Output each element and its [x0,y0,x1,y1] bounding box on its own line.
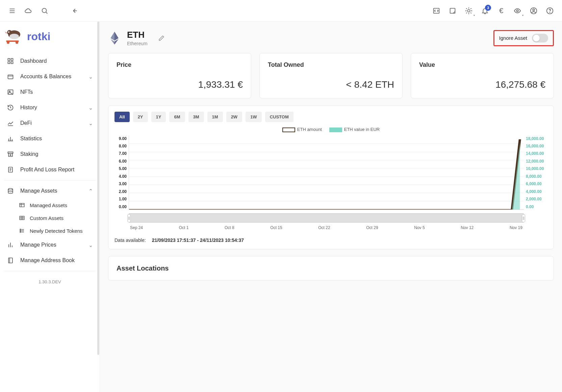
sidebar-item-dashboard[interactable]: Dashboard [0,53,100,69]
nav-label: History [20,105,37,111]
chevron-down-icon: ⌄ [88,242,93,248]
cloud-icon[interactable] [22,4,35,18]
svg-marker-72 [129,142,520,209]
wallet-icon [7,73,14,80]
locations-title: Asset Locations [117,264,545,272]
svg-rect-33 [8,75,13,79]
range-1w[interactable]: 1W [246,112,262,122]
filter-icon [19,228,25,234]
nav-label: Custom Assets [30,215,63,221]
notification-badge: 3 [485,5,491,11]
sidebar-item-manage-assets[interactable]: Manage Assets ⌃ [0,183,100,199]
privacy-toggle[interactable]: ▾ [511,4,524,18]
divider [4,180,96,180]
chevron-down-icon: ⌄ [88,74,93,80]
nav-label: Profit And Loss Report [20,167,74,173]
currency-button[interactable]: € [494,4,508,18]
menu-button[interactable] [5,4,19,18]
svg-point-17 [516,10,518,12]
range-1m[interactable]: 1M [207,112,223,122]
range-picker: All2Y1Y6M3M1M2W1WCUSTOM [114,112,547,122]
owned-card: Total Owned < 8.42 ETH [259,53,403,99]
database-icon [7,187,14,195]
prices-icon [7,241,14,249]
minimap-handle-right[interactable]: || [522,214,525,222]
asset-fullname: Ethereum [127,41,148,46]
chart-plot[interactable] [129,136,524,210]
sidebar-item-defi[interactable]: DeFi ⌄ [0,115,100,131]
sidebar-item-address-book[interactable]: Manage Address Book [0,253,100,268]
sidebar-item-staking[interactable]: Staking [0,146,100,162]
range-6m[interactable]: 6M [169,112,185,122]
nav-label: Manage Prices [20,242,56,248]
nav-label: Statistics [20,136,42,142]
sidebar-item-custom-assets[interactable]: Custom Assets [19,212,100,224]
range-3m[interactable]: 3M [188,112,204,122]
search-button[interactable] [38,4,51,18]
svg-rect-50 [20,203,24,207]
sidebar-item-accounts[interactable]: Accounts & Balances ⌄ [0,69,100,84]
price-value: 1,933.31 € [117,79,243,90]
svg-rect-32 [11,62,13,64]
chart-card: All2Y1Y6M3M1M2W1WCUSTOM ETH amount ETH v… [108,105,554,249]
svg-point-25 [9,34,19,39]
sidebar-item-statistics[interactable]: Statistics [0,131,100,146]
sidebar-item-history[interactable]: History ⌄ [0,100,100,115]
range-2y[interactable]: 2Y [133,112,148,122]
image-icon [7,88,14,96]
chevron-down-icon: ▾ [474,14,475,17]
sidebar-item-manage-prices[interactable]: Manage Prices ⌄ [0,237,100,253]
nav-label: Newly Detected Tokens [30,228,82,234]
edit-asset-button[interactable] [156,33,167,43]
chevron-down-icon: ⌄ [88,105,93,111]
sidebar-item-detected-tokens[interactable]: Newly Detected Tokens [19,224,100,237]
theme-toggle[interactable]: ▾ [462,4,476,18]
svg-line-13 [466,8,467,8]
dashboard-icon [7,57,14,65]
svg-line-15 [471,8,471,8]
bar-chart-icon [7,135,14,142]
note-icon[interactable] [446,4,459,18]
range-custom[interactable]: CUSTOM [265,112,293,122]
range-1y[interactable]: 1Y [151,112,166,122]
chart-minimap[interactable]: || || [129,213,524,223]
nav-label: NFTs [20,89,33,95]
scrollbar[interactable] [97,22,99,355]
code-icon[interactable] [430,4,443,18]
chevron-up-icon: ⌃ [88,188,93,194]
svg-rect-31 [8,62,10,64]
svg-point-61 [20,231,21,232]
y-axis-right: 18,000.0016,000.0014,000.0012,000.0010,0… [526,136,547,210]
brand-name: rotki [27,30,50,43]
card-title: Total Owned [268,61,394,68]
data-available-label: Data available: [114,237,146,243]
nav-label: Dashboard [20,58,47,64]
ethereum-icon [108,32,121,45]
grid-icon [19,215,25,221]
range-2w[interactable]: 2W [226,112,242,122]
data-available-range: 21/09/2023 17:51:37 - 24/11/2023 10:54:3… [152,237,244,243]
sidebar-item-nfts[interactable]: NFTs [0,84,100,100]
ignore-asset-toggle[interactable] [532,34,548,43]
list-icon [19,202,25,208]
sidebar-item-managed-assets[interactable]: Managed Assets [19,199,100,212]
asset-symbol: ETH [127,30,148,40]
rotki-logo-icon [4,28,22,45]
account-button[interactable] [527,4,540,18]
value-value: 16,275.68 € [419,79,545,90]
back-button[interactable] [68,4,81,18]
y-axis-left: 9.008.007.006.005.004.003.002.001.000.00 [114,136,127,210]
history-icon [7,104,14,111]
minimap-handle-left[interactable]: || [127,214,131,222]
range-all[interactable]: All [114,112,130,122]
help-button[interactable] [543,4,557,18]
notifications-button[interactable]: 3 [478,4,492,18]
nav-label: Manage Assets [20,188,57,194]
version-label: 1.30.3.DEV [0,274,100,290]
book-icon [7,257,14,264]
sidebar-item-pnl[interactable]: Profit And Loss Report [0,162,100,177]
asset-locations-card: Asset Locations [108,256,554,281]
svg-marker-69 [114,32,119,40]
svg-point-23 [7,30,12,35]
archive-icon [7,150,14,158]
